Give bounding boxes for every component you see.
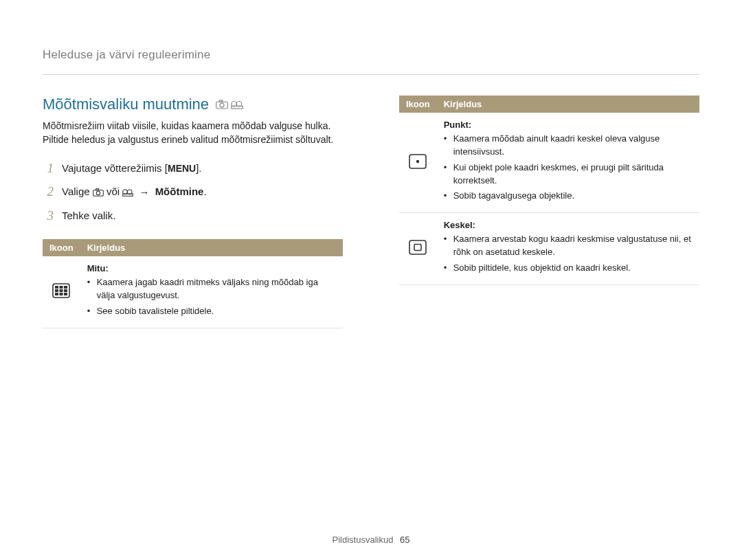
svg-point-8 — [96, 192, 100, 195]
svg-rect-19 — [55, 293, 58, 295]
svg-rect-18 — [64, 289, 67, 292]
desc-bullet: Kui objekt pole kaadri keskmes, ei pruug… — [444, 161, 693, 188]
page-number: 65 — [400, 535, 409, 545]
step-2-prefix: Valige — [62, 186, 93, 197]
footer-section: Pildistusvalikud — [333, 535, 394, 545]
svg-point-23 — [416, 160, 419, 163]
camera-icon — [93, 188, 104, 197]
col-desc-header: Kirjeldus — [80, 239, 343, 256]
center-metering-icon — [409, 240, 427, 257]
step-2: 2 Valige või → Mõõtmine. — [43, 180, 343, 204]
step-number: 1 — [43, 161, 54, 177]
footer: Pildistusvalikud 65 — [0, 535, 742, 545]
svg-rect-14 — [60, 286, 63, 289]
desc-label: Punkt: — [444, 120, 693, 130]
metering-table-right: Ikoon Kirjeldus — [399, 96, 699, 285]
body-text: Mõõtmisrežiim viitab viisile, kuidas kaa… — [43, 119, 343, 147]
desc-bullet: Kaamera mõõdab ainult kaadri keskel olev… — [444, 133, 693, 159]
table-row: Punkt: Kaamera mõõdab ainult kaadri kesk… — [399, 113, 699, 213]
desc-bullet: Sobib piltidele, kus objektid on kaadri … — [444, 262, 693, 275]
step-1-prefix: Vajutage võtterežiimis [ — [62, 162, 168, 174]
svg-rect-5 — [232, 106, 243, 109]
table-row: Mitu: Kaamera jagab kaadri mitmeks välja… — [43, 256, 343, 328]
svg-rect-7 — [95, 189, 98, 190]
section-title: Mõõtmisvaliku muutmine — [43, 96, 209, 113]
step-3: 3 Tehke valik. — [43, 204, 343, 228]
metering-table-left: Ikoon Kirjeldus — [43, 239, 343, 328]
camera-icon — [216, 100, 228, 109]
desc-bullet: See sobib tavalistele piltidele. — [87, 305, 336, 318]
svg-rect-16 — [55, 289, 58, 292]
menu-label: MENU — [168, 163, 196, 174]
video-icon — [122, 188, 133, 197]
spot-metering-icon — [409, 154, 427, 171]
arrow-right-icon: → — [139, 185, 149, 201]
step-2-mid: või — [106, 186, 122, 197]
table-row: Keskel: Kaamera arvestab kogu kaadri kes… — [399, 213, 699, 285]
desc-bullet: Sobib tagavalgusega objektile. — [444, 190, 693, 203]
svg-rect-20 — [60, 293, 63, 295]
video-icon — [231, 100, 243, 109]
col-icon-header: Ikoon — [399, 96, 437, 113]
col-desc-header: Kirjeldus — [437, 96, 699, 113]
svg-rect-1 — [219, 100, 223, 102]
col-icon-header: Ikoon — [43, 239, 80, 256]
step-1: 1 Vajutage võtterežiimis [MENU]. — [43, 157, 343, 181]
step-number: 2 — [43, 184, 54, 200]
svg-point-2 — [220, 103, 224, 107]
right-column: Ikoon Kirjeldus — [399, 96, 699, 328]
svg-rect-15 — [64, 286, 67, 289]
step-3-text: Tehke valik. — [62, 208, 115, 224]
step-2-period: . — [203, 186, 206, 197]
steps-list: 1 Vajutage võtterežiimis [MENU]. 2 Valig… — [43, 157, 343, 228]
desc-label: Keskel: — [444, 220, 693, 230]
svg-rect-17 — [60, 289, 63, 292]
breadcrumb: Heleduse ja värvi reguleerimine — [43, 48, 699, 62]
svg-rect-11 — [123, 194, 133, 196]
desc-bullet: Kaamera jagab kaadri mitmeks väljaks nin… — [87, 276, 336, 302]
multi-metering-icon — [52, 283, 70, 300]
svg-rect-24 — [409, 240, 426, 254]
divider — [43, 74, 699, 75]
step-1-suffix: ]. — [196, 162, 201, 174]
desc-bullet: Kaamera arvestab kogu kaadri keskmise va… — [444, 233, 693, 259]
svg-rect-21 — [64, 293, 67, 295]
left-column: Mõõtmisvaliku muutmine Mõõtmisrežiim vii… — [43, 96, 343, 328]
desc-label: Mitu: — [87, 263, 336, 273]
step-number: 3 — [43, 208, 54, 224]
svg-rect-13 — [55, 286, 58, 289]
svg-rect-25 — [414, 245, 421, 251]
step-2-dest: Mõõtmine — [155, 186, 204, 197]
